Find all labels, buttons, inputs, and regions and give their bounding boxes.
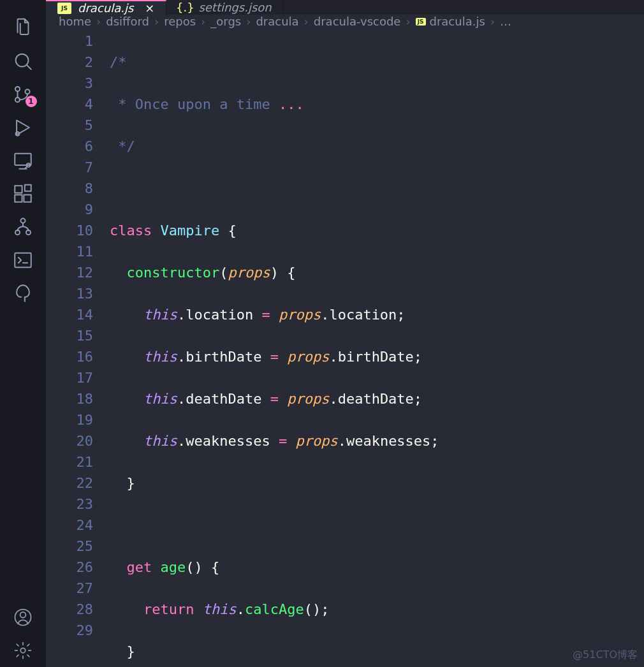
crumb-orgs[interactable]: _orgs (210, 15, 241, 28)
crumb-dracula[interactable]: dracula (256, 15, 298, 28)
watermark: @51CTO博客 (573, 649, 638, 662)
tab-label: dracula.js (78, 1, 133, 15)
json-file-icon: {.} (178, 2, 192, 13)
close-icon[interactable]: × (145, 1, 154, 15)
crumb-repo[interactable]: dracula-vscode (314, 15, 401, 28)
svg-point-1 (15, 87, 19, 91)
breadcrumb[interactable]: home› dsifford› repos› _orgs› dracula› d… (46, 15, 644, 28)
svg-rect-10 (24, 185, 31, 191)
js-file-icon: JS (57, 3, 71, 14)
extensions-icon[interactable] (0, 177, 46, 210)
line-numbers: 1234567891011121314151617181920212223242… (46, 31, 110, 667)
tree-icon[interactable] (0, 277, 46, 310)
activity-bar: 1 (0, 0, 46, 667)
explorer-icon[interactable] (0, 11, 46, 45)
search-icon[interactable] (0, 45, 46, 78)
editor-group: JS dracula.js × {.} settings.json home› … (46, 0, 644, 667)
crumb-repos[interactable]: repos (164, 15, 196, 28)
svg-rect-9 (24, 194, 31, 202)
svg-point-11 (20, 219, 25, 223)
svg-point-16 (20, 612, 26, 618)
terminal-icon[interactable] (0, 244, 46, 277)
scm-badge: 1 (26, 96, 37, 107)
svg-rect-8 (15, 194, 22, 202)
code-content[interactable]: /* * Once upon a time ... */ class Vampi… (110, 31, 644, 667)
settings-gear-icon[interactable] (0, 634, 46, 667)
code-editor[interactable]: 1234567891011121314151617181920212223242… (46, 28, 644, 667)
run-debug-icon[interactable] (0, 111, 46, 144)
crumb-home[interactable]: home (59, 15, 91, 28)
remote-icon[interactable] (0, 144, 46, 177)
git-graph-icon[interactable] (0, 210, 46, 244)
svg-rect-7 (15, 186, 22, 193)
svg-point-3 (25, 89, 29, 94)
tab-dracula-js[interactable]: JS dracula.js × (46, 0, 166, 15)
svg-rect-14 (15, 253, 31, 268)
svg-point-17 (20, 648, 26, 653)
crumb-tail[interactable]: … (500, 15, 511, 28)
tab-bar: JS dracula.js × {.} settings.json (46, 0, 644, 15)
tab-label: settings.json (198, 1, 271, 14)
source-control-icon[interactable]: 1 (0, 78, 46, 111)
account-icon[interactable] (0, 601, 46, 634)
crumb-file[interactable]: JSdracula.js (416, 15, 485, 28)
crumb-user[interactable]: dsifford (106, 15, 149, 28)
tab-settings-json[interactable]: {.} settings.json (166, 0, 283, 15)
